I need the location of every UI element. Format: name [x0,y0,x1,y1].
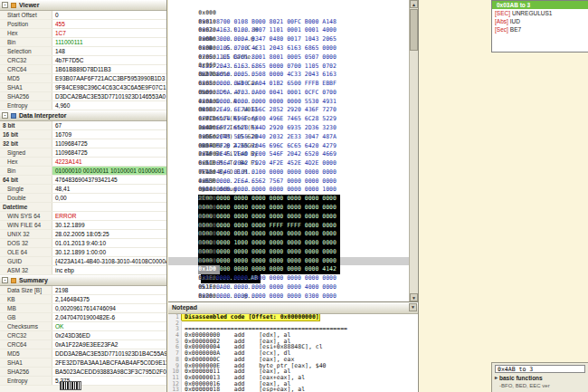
property-row[interactable]: Entropy 4,960 [0,101,166,110]
hex-offset: 0x120 [198,168,220,177]
property-label: 64 bit [0,176,52,184]
property-value: 16709 [52,130,166,139]
property-row[interactable]: SHA1 9F84CE98C396C4C63C43C6A5E9F07C1 [0,83,166,92]
hex-offset: 0x1A0 [198,239,220,248]
viewer-section-header[interactable]: - Viewer [0,0,166,11]
property-label: Single [0,185,52,193]
data-interpretor-section: - Data Interpretor 8 bit 67 16 bit 16709… [0,110,166,275]
property-row[interactable]: Datetime [0,203,166,212]
hex-offset: 0x0D0 [198,124,220,133]
property-row[interactable]: Hex 4223A141 [0,158,166,167]
hex-offset: 0x1E0 [198,274,220,283]
collapse-icon[interactable]: - [2,2,8,8]
functions-sub-item: -BFO, BED, EEC ver [492,382,588,389]
property-label: CRC32 [0,331,52,339]
hex-offset: 0x060 [198,62,220,71]
property-row[interactable]: CRC64 0xA1F22A9E3EE23FA2 [0,340,166,349]
property-row[interactable]: CRC32 4b7F7D5C [0,56,166,65]
hex-offset: 0x150 [198,195,220,204]
hex-offset: 0x030 [198,35,220,44]
property-row[interactable]: SHA1 2FE32D7BA3AA1ABCFAAB4AF5C0D9E11 [0,359,166,368]
property-row[interactable]: Entropy 5,375 [0,377,166,386]
hex-row[interactable]: 0x000 8981 8700 0108 B000 8021 00FC B000… [168,0,409,9]
property-row[interactable]: Data Size [B] 2198 [0,286,166,295]
property-row[interactable]: GB 2,04704701900482E-6 [0,313,166,322]
property-row[interactable]: MB 0,00209617614746094 [0,304,166,313]
hex-dump[interactable]: 0x000 8981 8700 0108 B000 8021 00FC B000… [168,0,409,301]
property-row[interactable]: CRC64 1B61B889D78D11B3 [0,65,166,74]
scrollbar-thumb[interactable] [410,9,418,51]
tree-item[interactable]: [Sec] BE7 [492,25,588,33]
property-label: 16 bit [0,130,52,139]
hex-scrollbar[interactable]: ▲ ▼ [409,0,418,301]
property-row[interactable]: MD5 E93B07AAF6F721ACC3BF5953990B1D3 [0,74,166,83]
tree-item-label: 0x03AB to 3 [497,1,530,9]
summary-section: - Summary Data Size [B] 2198 KB 2,146484… [0,275,166,386]
tree-item[interactable]: [Abs] IUD [492,17,588,25]
property-label: GUID [0,257,52,265]
property-label: Data Size [B] [0,286,52,294]
property-label: ASM 32 [0,266,52,274]
property-label: Entropy [0,101,52,110]
hex-offset: 0x140 [198,186,220,195]
property-row[interactable]: WIN SYS 64 ERROR [0,212,166,221]
property-value: 4764836904379342145 [52,176,166,184]
property-row[interactable]: Signed 1109684725 [0,148,166,158]
property-row[interactable]: Double 0,00 [0,194,166,203]
property-row[interactable]: Hex 1C7 [0,29,166,38]
property-row[interactable]: Selection 148 [0,47,166,56]
collapse-icon[interactable]: - [2,112,8,119]
notepad-body[interactable]: 1 Disassembled code [Offset: 0x00000000]… [168,314,418,392]
property-row[interactable]: Start Offset 0 [0,11,166,20]
property-label: SHA1 [0,83,52,91]
tree-item-tag: [SEC] [495,9,510,17]
viewer-rows: Start Offset 0 Position 455 Hex 1C7 Bin … [0,11,166,110]
property-label: SHA256 [0,368,52,376]
property-row[interactable]: 32 bit 1109684725 [0,139,166,148]
hex-offset: 0x180 [198,222,220,231]
property-row[interactable]: ASM 32 inc ebp [0,266,166,275]
collapse-icon[interactable]: - [2,277,8,283]
tree-item[interactable]: [SEC] UNREGULUS1 [492,9,588,17]
scroll-up-icon[interactable]: ▲ [410,0,418,8]
basic-functions-header[interactable]: ▸ basic functions [492,374,588,382]
scroll-down-icon[interactable]: ▼ [410,293,418,301]
property-row[interactable]: DOS 32 01.01.2013 9:40:10 [0,239,166,248]
property-row[interactable]: 8 bit 67 [0,121,166,130]
property-row[interactable]: WIN FILE 64 30.12.1899 [0,221,166,230]
hex-editor-app: - Viewer Start Offset 0 Position 455 Hex… [0,0,588,392]
property-row[interactable]: 64 bit 4764836904379342145 [0,176,166,185]
property-row[interactable]: Checksums OK [0,322,166,331]
property-label: CRC64 [0,65,52,73]
summary-section-header[interactable]: - Summary [0,275,166,286]
property-value: 4223A141 [52,158,166,166]
property-value: 2,04704701900482E-6 [52,313,166,321]
property-label: Datetime [0,203,52,211]
address-input[interactable]: 0x4AB to 3 [495,365,585,373]
property-row[interactable]: Single 48,41 [0,185,166,194]
tree-item[interactable]: 0x03AB to 3 [492,1,588,9]
property-value: 0xA1F22A9E3EE23FA2 [52,340,166,349]
notepad-scroll-down-icon[interactable]: ▼ [409,303,417,311]
property-row[interactable]: Position 455 [0,20,166,29]
property-row[interactable]: SHA256 D3DCA2BAC3E53D77101923D146553A0 [0,92,166,101]
property-row[interactable]: SHA256 BA5023ACEDD93883A98C3F3C795D2F0 [0,368,166,377]
data-interpretor-section-header[interactable]: - Data Interpretor [0,110,166,121]
property-row[interactable]: Bin 01000010 00100011 10100001 01000001 [0,167,166,176]
property-row[interactable]: KB 2,146484375 [0,295,166,304]
property-label: DOS 32 [0,239,52,247]
property-row[interactable]: GUID {4223A141-4B40-3108-3010-40108C0000… [0,257,166,266]
property-row[interactable]: Bin 111000111 [0,38,166,47]
property-label: OLE 64 [0,248,52,256]
property-row[interactable]: CRC32 0x243D36ED [0,331,166,340]
expander-icon[interactable]: ▸ [495,374,498,382]
property-value: BA5023ACEDD93883A98C3F3C795D2F0 [52,368,166,376]
property-label: Signed [0,148,52,157]
property-label: Selection [0,47,52,55]
property-row[interactable]: UNIX 32 28.02.2005 18:05:25 [0,230,166,239]
property-row[interactable]: OLE 64 30.12.1899 1:00:00 [0,248,166,257]
notepad-header: Notepad ▼ [168,302,418,314]
property-row[interactable]: 16 bit 16709 [0,130,166,139]
property-row[interactable]: MD5 DDD3A2BAC3E53D77101923D1B4C55A9 [0,349,166,359]
property-value: 1109684725 [52,139,166,148]
